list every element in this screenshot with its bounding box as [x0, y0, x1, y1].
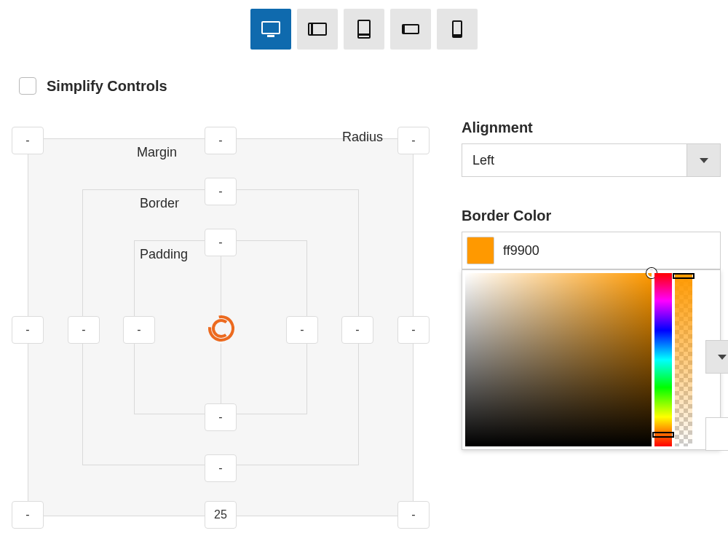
hidden-select-arrow[interactable] [705, 340, 728, 374]
viewport-phone-portrait-button[interactable] [437, 9, 478, 50]
svg-rect-9 [453, 34, 462, 36]
margin-bottom-input[interactable]: 25 [205, 501, 237, 529]
svg-rect-7 [403, 25, 405, 33]
radius-top-right-input[interactable]: - [397, 127, 430, 154]
padding-bottom-input[interactable]: - [205, 403, 237, 431]
hidden-field[interactable] [705, 417, 728, 451]
svg-point-10 [205, 312, 237, 344]
connector-line [221, 256, 221, 316]
color-picker [462, 269, 721, 450]
border-bottom-input[interactable]: - [205, 454, 237, 482]
border-color-hex: ff9900 [503, 243, 539, 259]
alignment-select[interactable]: Left [462, 143, 721, 177]
svg-rect-3 [311, 23, 313, 35]
saturation-value-area[interactable] [465, 273, 652, 446]
border-right-input[interactable]: - [341, 316, 373, 344]
radius-top-left-input[interactable]: - [12, 127, 44, 154]
alignment-value: Left [462, 144, 687, 176]
hue-handle[interactable] [652, 432, 674, 438]
alpha-handle[interactable] [673, 273, 695, 279]
margin-right-input[interactable]: - [397, 316, 430, 344]
border-color-label: Border Color [462, 208, 721, 224]
svg-point-11 [212, 319, 230, 337]
alpha-slider[interactable] [675, 273, 692, 446]
radius-bottom-right-input[interactable]: - [397, 501, 430, 529]
tablet-landscape-icon [306, 18, 328, 40]
viewport-tablet-landscape-button[interactable] [297, 9, 338, 50]
padding-label: Padding [137, 247, 191, 262]
viewport-desktop-button[interactable] [250, 9, 291, 50]
hue-slider[interactable] [654, 273, 672, 446]
border-left-input[interactable]: - [68, 316, 100, 344]
svg-rect-6 [403, 25, 419, 33]
viewport-tablet-portrait-button[interactable] [344, 9, 384, 50]
viewport-switcher [0, 0, 728, 50]
color-swatch [467, 237, 494, 264]
connector-line [221, 344, 221, 403]
phone-portrait-icon [446, 18, 468, 40]
margin-left-input[interactable]: - [12, 316, 44, 344]
padding-right-input[interactable]: - [286, 316, 318, 344]
radius-bottom-left-input[interactable]: - [12, 501, 44, 529]
border-label: Border [137, 196, 182, 211]
simplify-controls-checkbox[interactable] [19, 77, 36, 95]
border-top-input[interactable]: - [205, 178, 237, 205]
margin-top-input[interactable]: - [205, 127, 237, 154]
padding-top-input[interactable]: - [205, 229, 237, 256]
simplify-controls-row: Simplify Controls [19, 77, 728, 95]
radius-label: Radius [342, 130, 383, 145]
svg-rect-0 [262, 22, 280, 33]
alignment-label: Alignment [462, 119, 721, 136]
simplify-controls-label: Simplify Controls [47, 78, 167, 95]
padding-left-input[interactable]: - [123, 316, 155, 344]
margin-label: Margin [134, 145, 180, 160]
svg-rect-1 [267, 35, 274, 37]
svg-rect-5 [358, 33, 370, 36]
chevron-down-icon [687, 144, 720, 176]
desktop-icon [260, 18, 282, 40]
border-color-field[interactable]: ff9900 [462, 232, 721, 269]
viewport-phone-landscape-button[interactable] [390, 9, 431, 50]
box-model-editor: Margin Border Padding Radius - - - - - -… [6, 119, 437, 524]
element-icon [205, 312, 238, 345]
tablet-portrait-icon [353, 18, 375, 40]
phone-landscape-icon [400, 18, 422, 40]
